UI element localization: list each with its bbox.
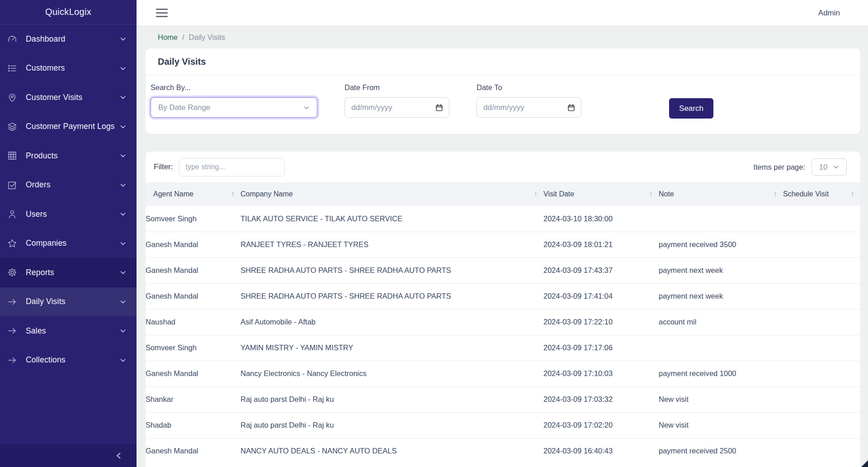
date-to-label: Date To <box>476 83 581 92</box>
sidebar-item-label: Orders <box>26 180 51 190</box>
cell-agent: Shankar <box>146 386 241 412</box>
cell-note <box>659 206 783 232</box>
window-resize-grip <box>861 460 868 467</box>
sidebar-item-reports[interactable]: Reports <box>0 258 137 287</box>
date-to-input[interactable] <box>483 103 547 112</box>
breadcrumb-home-link[interactable]: Home <box>158 33 178 42</box>
sidebar-item-label: Customer Payment Logs <box>26 122 115 131</box>
search-panel: Daily Visits Search By... By Date Range … <box>146 48 860 134</box>
sidebar-item-daily-visits[interactable]: Daily Visits <box>0 287 137 317</box>
sidebar-item-customers[interactable]: Customers <box>0 54 137 83</box>
sort-up-arrow-icon: ↑ <box>649 190 653 199</box>
column-label: Schedule Visit <box>783 190 829 198</box>
cell-note: account mil <box>659 309 783 335</box>
sidebar-item-label: Sales <box>26 326 46 336</box>
date-to-input-wrap <box>476 97 581 118</box>
search-by-selected-value: By Date Range <box>158 103 210 112</box>
chevron-down-icon <box>119 35 127 43</box>
sidebar-item-label: Customer Visits <box>26 93 82 102</box>
search-controls: Search By... By Date Range Date From <box>146 76 860 134</box>
chevron-down-icon <box>833 164 839 170</box>
cell-company: NANCY AUTO DEALS - NANCY AUTO DEALS <box>241 438 543 464</box>
cell-note: payment received 1000 <box>659 361 783 386</box>
search-button[interactable]: Search <box>669 98 713 119</box>
calendar-icon[interactable] <box>435 103 443 112</box>
column-header-schedule-visit[interactable]: Schedule Visit↑ <box>783 182 860 206</box>
hamburger-menu-icon[interactable] <box>156 9 168 17</box>
app-logo: QuickLogix <box>0 0 137 24</box>
sidebar-item-customer-payment-logs[interactable]: Customer Payment Logs <box>0 112 137 142</box>
breadcrumb: Home / Daily Visits <box>146 26 860 48</box>
arrow-icon <box>6 325 18 337</box>
sidebar-item-orders[interactable]: Orders <box>0 171 137 200</box>
topbar: Admin <box>137 0 868 26</box>
arrow-icon <box>6 354 18 366</box>
date-from-input-wrap <box>344 97 449 118</box>
sidebar-item-collections[interactable]: Collections <box>0 346 137 375</box>
cell-agent: Ganesh Mandal <box>146 232 241 257</box>
table-row: Ganesh MandalNancy Electronics - Nancy E… <box>146 361 860 386</box>
cell-schedule-visit <box>783 438 860 464</box>
cell-company: Asif Automobile - Aftab <box>241 309 543 335</box>
sidebar-item-sales[interactable]: Sales <box>0 316 137 346</box>
sort-up-arrow-icon: ↑ <box>851 190 855 199</box>
cell-agent: Somveer Singh <box>146 335 241 361</box>
items-per-page-select[interactable]: 10 <box>811 158 847 176</box>
column-header-agent-name[interactable]: Agent Name↑ <box>146 182 241 206</box>
chevron-down-icon <box>119 94 127 101</box>
sidebar-item-companies[interactable]: Companies <box>0 229 137 258</box>
sidebar-item-products[interactable]: Products <box>0 141 137 171</box>
breadcrumb-separator: / <box>182 33 184 42</box>
table-row: Ganesh MandalSHREE RADHA AUTO PARTS - SH… <box>146 257 860 283</box>
cell-note: payment next week <box>659 257 783 283</box>
cell-note <box>659 335 783 361</box>
sidebar-item-users[interactable]: Users <box>0 200 137 229</box>
column-header-visit-date[interactable]: Visit Date↑ <box>543 182 659 206</box>
table-header: Agent Name↑Company Name↑Visit Date↑Note↑… <box>146 182 860 206</box>
chevron-down-icon <box>119 357 127 364</box>
main-area: Admin Home / Daily Visits Daily Visits S… <box>137 0 868 467</box>
cell-schedule-visit <box>783 361 860 386</box>
breadcrumb-current: Daily Visits <box>189 33 225 42</box>
date-from-label: Date From <box>344 83 449 92</box>
sidebar-item-customer-visits[interactable]: Customer Visits <box>0 83 137 112</box>
calendar-icon[interactable] <box>567 103 576 112</box>
cell-schedule-visit <box>783 283 860 309</box>
items-per-page: Items per page: 10 <box>753 158 847 176</box>
user-menu[interactable]: Admin <box>818 9 840 18</box>
visits-table-panel: Filter: Items per page: 10 <box>146 152 860 467</box>
filter-input[interactable] <box>179 158 285 176</box>
chevron-down-icon <box>119 65 127 72</box>
search-by-label: Search By... <box>151 83 317 92</box>
cell-note: payment received 2500 <box>659 438 783 464</box>
cell-agent: Naushad <box>146 309 241 335</box>
date-from-input[interactable] <box>351 103 415 112</box>
chevron-down-icon <box>119 240 127 247</box>
layers-icon <box>6 121 18 133</box>
cell-visit-date: 2024-03-09 17:02:20 <box>543 412 659 438</box>
check-square-icon <box>6 179 18 191</box>
items-per-page-value: 10 <box>819 163 827 172</box>
cell-agent: Ganesh Mandal <box>146 283 241 309</box>
cell-schedule-visit <box>783 386 860 412</box>
sidebar-nav: Dashboard Customers Customer Visits Cust… <box>0 24 137 444</box>
app-window: QuickLogix Dashboard Customers Customer … <box>0 0 868 467</box>
sort-up-arrow-icon: ↑ <box>534 190 538 199</box>
cell-note: payment next week <box>659 283 783 309</box>
cell-schedule-visit <box>783 232 860 257</box>
sidebar-item-label: Collections <box>26 355 66 365</box>
sidebar-item-label: Reports <box>26 268 54 277</box>
cell-agent: Somveer Singh <box>146 206 241 232</box>
cell-visit-date: 2024-03-09 17:43:37 <box>543 257 659 283</box>
table-row: Ganesh MandalRANJEET TYRES - RANJEET TYR… <box>146 232 860 257</box>
cell-agent: Ganesh Mandal <box>146 438 241 464</box>
cell-note: New visit <box>659 412 783 438</box>
sidebar-item-dashboard[interactable]: Dashboard <box>0 24 137 54</box>
collapse-sidebar-button[interactable] <box>115 452 123 460</box>
sidebar-item-label: Products <box>26 151 58 161</box>
column-header-company-name[interactable]: Company Name↑ <box>241 182 543 206</box>
column-header-note[interactable]: Note↑ <box>659 182 783 206</box>
gear-icon <box>6 267 18 278</box>
search-by-select[interactable]: By Date Range <box>151 97 317 118</box>
content: Home / Daily Visits Daily Visits Search … <box>137 26 868 467</box>
